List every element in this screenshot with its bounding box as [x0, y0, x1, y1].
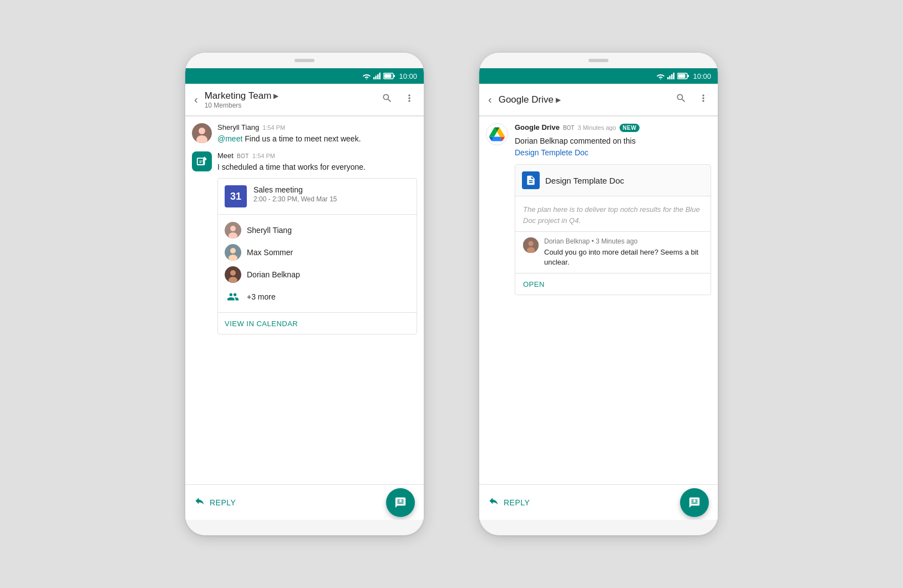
attendee-name-dorian: Dorian Belknap: [247, 270, 300, 279]
title-area-1: Marketing Team ▶ 10 Members: [205, 90, 377, 109]
wifi-icon-2: [656, 73, 665, 79]
app-bar-actions-1: [377, 88, 419, 111]
open-button[interactable]: OPEN: [523, 280, 545, 288]
attendee-max: Max Sommer: [225, 241, 410, 263]
status-icons-2: [656, 73, 689, 79]
avatar-sheryll: [192, 123, 212, 143]
view-in-calendar-button[interactable]: VIEW IN CALENDAR: [225, 320, 298, 328]
doc-card-header: Design Template Doc: [515, 165, 711, 196]
doc-icon: [522, 171, 540, 189]
phone-top-speaker-area: [185, 53, 424, 68]
message-body-sheryll: Sheryll Tiang 1:54 PM @meet Find us a ti…: [217, 123, 417, 145]
phone-1: 10:00 ‹ Marketing Team ▶ 10 Members: [185, 53, 424, 535]
more-menu-icon-1[interactable]: [399, 88, 419, 111]
google-drive-logo: [489, 127, 505, 141]
app-bar-actions-2: [671, 88, 713, 111]
calendar-icon: 31: [225, 185, 247, 207]
drive-message-text: Dorian Belknap commented on this Design …: [515, 135, 711, 159]
svg-point-20: [660, 79, 661, 80]
search-icon-2[interactable]: [671, 88, 691, 111]
svg-point-18: [230, 270, 236, 276]
event-time: 2:00 - 2:30 PM, Wed Mar 15: [253, 195, 410, 203]
bot-badge-meet: BOT: [237, 153, 249, 159]
message-row-sheryll: Sheryll Tiang 1:54 PM @meet Find us a ti…: [192, 123, 417, 145]
event-title: Sales meeting: [253, 185, 410, 194]
svg-point-15: [230, 248, 236, 254]
phone-speaker-2: [589, 59, 608, 62]
svg-rect-7: [394, 75, 395, 77]
signal-icon: [373, 73, 381, 79]
fab-new-message-1[interactable]: [386, 488, 415, 517]
more-menu-icon-2[interactable]: [693, 88, 713, 111]
attendee-dorian: Dorian Belknap: [225, 263, 410, 286]
title-area-2: Google Drive ▶: [499, 94, 671, 105]
comment-avatar-dorian: [523, 237, 539, 253]
search-icon-1[interactable]: [377, 88, 397, 111]
reply-icon-2: [488, 495, 499, 509]
time-meet: 1:54 PM: [252, 153, 275, 159]
title-arrow-1: ▶: [273, 92, 278, 100]
svg-rect-22: [669, 76, 671, 80]
svg-rect-23: [671, 74, 673, 79]
drive-sender: Google Drive: [515, 123, 560, 131]
fab-new-message-2[interactable]: [680, 488, 709, 517]
message-meta-meet: Meet BOT 1:54 PM: [217, 151, 417, 160]
calendar-card: 31 Sales meeting 2:00 - 2:30 PM, Wed Mar…: [217, 178, 417, 334]
new-badge: NEW: [620, 124, 640, 132]
doc-preview-text: The plan here is to deliver top notch re…: [523, 204, 703, 226]
svg-point-0: [366, 79, 367, 80]
status-bar-2: 10:00: [479, 68, 718, 84]
more-text: +3 more: [247, 292, 276, 301]
doc-comment: Dorian Belknap • 3 Minutes ago Could you…: [515, 232, 711, 273]
status-time-1: 10:00: [399, 72, 417, 80]
attendee-avatar-max: [225, 244, 241, 261]
svg-rect-24: [673, 73, 675, 79]
back-button-1[interactable]: ‹: [190, 89, 202, 110]
svg-point-30: [527, 247, 535, 254]
title-arrow-2: ▶: [556, 96, 561, 104]
doc-preview: The plan here is to deliver top notch re…: [515, 196, 711, 232]
drive-content: Google Drive BOT 3 Minutes ago NEW Doria…: [479, 116, 718, 484]
svg-point-9: [199, 128, 205, 134]
comment-meta: Dorian Belknap • 3 Minutes ago: [544, 237, 703, 245]
attendee-avatar-dorian: [225, 266, 241, 283]
attendee-more: +3 more: [225, 286, 410, 308]
svg-point-29: [529, 241, 534, 246]
chat-content-1: Sheryll Tiang 1:54 PM @meet Find us a ti…: [185, 116, 424, 484]
reply-text-1[interactable]: REPLY: [210, 498, 236, 507]
drive-message-row: Google Drive BOT 3 Minutes ago NEW Doria…: [486, 123, 711, 295]
svg-rect-6: [384, 74, 392, 78]
svg-rect-26: [678, 74, 686, 78]
status-bar-1: 10:00: [185, 68, 424, 84]
back-button-2[interactable]: ‹: [484, 89, 496, 110]
phone-top-speaker-area-2: [479, 53, 718, 68]
comment-text: Could you go into more detail here? Seem…: [544, 247, 703, 267]
phone-2-screen: 10:00 ‹ Google Drive ▶: [479, 68, 718, 520]
calendar-card-footer: VIEW IN CALENDAR: [218, 313, 417, 334]
doc-title: Design Template Doc: [545, 176, 624, 185]
reply-icon-1: [194, 495, 205, 509]
more-people-icon: [225, 288, 241, 305]
avatar-sheryll-img: [192, 123, 212, 143]
design-template-link[interactable]: Design Templete Doc: [515, 148, 589, 157]
app-bar-1: ‹ Marketing Team ▶ 10 Members: [185, 84, 424, 116]
drive-time: 3 Minutes ago: [577, 124, 616, 131]
reply-text-2[interactable]: REPLY: [504, 498, 530, 507]
chat-bottom-bar-1: REPLY: [185, 484, 424, 520]
attendee-name-max: Max Sommer: [247, 248, 293, 257]
attendee-avatar-sheryll: [225, 222, 241, 239]
doc-card-footer: OPEN: [515, 273, 711, 295]
chat-bottom-bar-2: REPLY: [479, 484, 718, 520]
message-row-meet: Meet BOT 1:54 PM I scheduled a time that…: [192, 151, 417, 335]
phone-1-screen: 10:00 ‹ Marketing Team ▶ 10 Members: [185, 68, 424, 520]
sender-sheryll: Sheryll Tiang: [217, 123, 259, 131]
text-sheryll: @meet Find us a time to meet next week.: [217, 134, 417, 145]
drive-message-body: Google Drive BOT 3 Minutes ago NEW Doria…: [515, 123, 711, 295]
comment-body: Dorian Belknap • 3 Minutes ago Could you…: [544, 237, 703, 267]
avatar-meet: [192, 151, 212, 171]
app-bar-subtitle-1: 10 Members: [205, 102, 377, 109]
drive-bot-badge: BOT: [563, 125, 575, 131]
wifi-icon: [362, 73, 371, 79]
svg-rect-1: [373, 77, 375, 79]
calendar-date: 31: [230, 191, 241, 201]
